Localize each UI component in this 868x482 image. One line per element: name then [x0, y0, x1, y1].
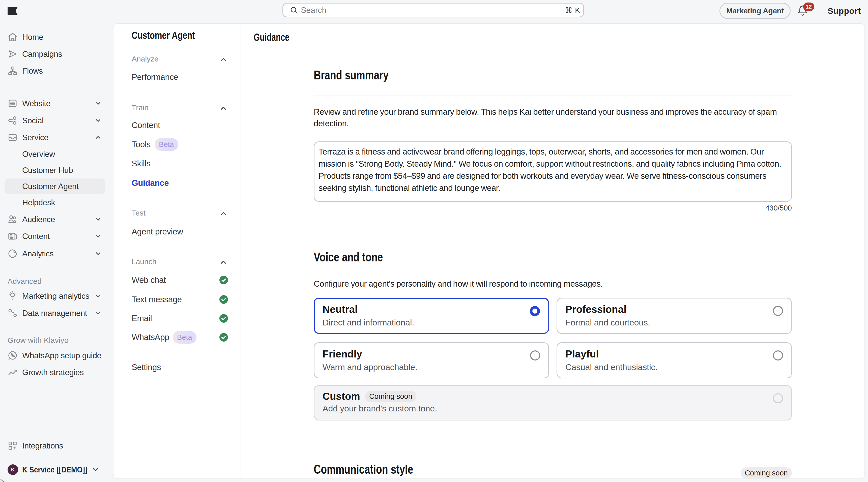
radio-disabled	[773, 393, 783, 403]
subnav-item-content[interactable]: Content	[114, 116, 241, 135]
chevron-down-icon	[95, 311, 101, 316]
content-header: Guidance	[241, 24, 865, 54]
check-circle-icon	[219, 295, 228, 304]
sidebar-item-customer-hub[interactable]: Customer Hub	[0, 162, 113, 179]
subnav-item-skills[interactable]: Skills	[114, 154, 241, 173]
flows-icon	[7, 66, 18, 76]
mouse-cursor	[0, 478, 4, 482]
account-switcher[interactable]: K K Service [[DEMO]]	[0, 461, 113, 478]
option-card-playful[interactable]: Playful Casual and enthusiastic.	[557, 342, 792, 378]
coming-soon-badge: Coming soon	[741, 468, 792, 479]
subnav-item-settings[interactable]: Settings	[114, 358, 241, 377]
chevron-up-icon	[220, 106, 226, 111]
sidebar-item-growth-strategies[interactable]: Growth strategies	[0, 364, 113, 381]
sidebar-item-integrations[interactable]: Integrations	[0, 438, 113, 454]
audience-icon	[7, 214, 18, 224]
analytics-icon	[7, 249, 18, 259]
search-shortcut: ⌘ K	[565, 6, 580, 14]
chevron-down-icon	[93, 467, 99, 473]
subnav-title: Customer Agent	[132, 30, 195, 41]
chevron-down-icon	[95, 101, 101, 106]
home-icon	[7, 32, 18, 42]
chevron-down-icon	[95, 234, 101, 239]
subnav-item-guidance[interactable]: Guidance	[114, 173, 241, 193]
voice-tone-title: Voice and tone	[314, 249, 383, 265]
website-icon	[7, 98, 18, 108]
sidebar-item-marketing-analytics[interactable]: Marketing analytics	[0, 288, 113, 304]
chevron-up-icon	[220, 260, 226, 265]
subnav-item-email[interactable]: Email	[114, 309, 241, 328]
sidebar-item-social[interactable]: Social	[0, 112, 113, 129]
option-card-custom: Custom Coming soon Add your brand's cust…	[314, 385, 792, 420]
coming-soon-badge: Coming soon	[365, 391, 416, 402]
subnav-section-test[interactable]: Test	[114, 203, 241, 223]
sidebar-item-customer-agent[interactable]: Customer Agent	[0, 178, 113, 195]
subnav-section-launch[interactable]: Launch	[114, 252, 241, 271]
subnav-section-analyze[interactable]: Analyze	[114, 50, 241, 69]
sidebar-item-overview[interactable]: Overview	[0, 146, 113, 162]
sidebar-item-service[interactable]: Service	[0, 129, 113, 146]
chevron-up-icon	[95, 135, 101, 140]
social-icon	[7, 116, 18, 126]
sidebar-item-analytics[interactable]: Analytics	[0, 245, 113, 262]
subnav-item-tools[interactable]: Tools Beta	[114, 135, 241, 154]
search-placeholder: Search	[301, 5, 565, 15]
chevron-up-icon	[220, 211, 226, 216]
chevron-up-icon	[220, 57, 226, 62]
customer-agent-subnav: Customer Agent Analyze Performance Train…	[114, 24, 241, 479]
check-circle-icon	[219, 276, 228, 284]
data-management-icon	[7, 308, 18, 318]
chevron-down-icon	[95, 293, 101, 298]
subnav-section-train[interactable]: Train	[114, 98, 241, 117]
sidebar-item-audience[interactable]: Audience	[0, 211, 113, 228]
search-icon	[290, 6, 298, 14]
sidebar-section-grow: Grow with Klaviyo	[7, 336, 69, 345]
subnav-item-whatsapp[interactable]: WhatsApp Beta	[114, 328, 241, 347]
voice-tone-options: Neutral Direct and informational. Profes…	[314, 298, 792, 378]
notification-badge: 12	[803, 2, 814, 11]
chevron-down-icon	[95, 118, 101, 123]
beta-badge: Beta	[173, 331, 196, 344]
option-card-friendly[interactable]: Friendly Warm and approachable.	[314, 342, 549, 378]
sidebar-item-content[interactable]: Content	[0, 228, 113, 245]
sidebar-item-data-management[interactable]: Data management	[0, 305, 113, 321]
integrations-icon	[7, 441, 18, 451]
sidebar-item-home[interactable]: Home	[0, 29, 113, 45]
brand-summary-title: Brand summary	[314, 67, 389, 83]
subnav-item-performance[interactable]: Performance	[114, 68, 241, 87]
content-icon	[7, 231, 18, 241]
check-circle-icon	[219, 314, 228, 323]
brand-summary-textarea[interactable]: Terraza is a fitness and activewear bran…	[314, 141, 792, 202]
campaigns-icon	[7, 49, 18, 59]
radio-unselected[interactable]	[530, 350, 540, 360]
option-card-neutral[interactable]: Neutral Direct and informational.	[314, 298, 549, 334]
radio-selected[interactable]	[530, 306, 540, 316]
beta-badge: Beta	[155, 138, 178, 151]
char-counter: 430/500	[765, 204, 792, 212]
sidebar-item-whatsapp-setup[interactable]: WhatsApp setup guide	[0, 347, 113, 364]
section-divider	[314, 96, 792, 96]
radio-unselected[interactable]	[773, 350, 783, 360]
voice-tone-description: Configure your agent's personality and h…	[314, 278, 792, 290]
search-input[interactable]: Search ⌘ K	[282, 3, 584, 18]
sidebar-item-flows[interactable]: Flows	[0, 63, 113, 79]
page-title: Guidance	[254, 31, 289, 43]
sidebar-item-campaigns[interactable]: Campaigns	[0, 45, 113, 62]
trending-up-icon	[7, 367, 18, 377]
sidebar-item-helpdesk[interactable]: Helpdesk	[0, 194, 113, 211]
guidance-content: Guidance Brand summary Review and refine…	[241, 24, 865, 479]
topbar: Search ⌘ K Marketing Agent 12 Support	[0, 0, 868, 23]
marketing-agent-button[interactable]: Marketing Agent	[719, 3, 790, 19]
whatsapp-icon	[7, 350, 18, 360]
klaviyo-logo-icon[interactable]	[7, 7, 18, 15]
support-link[interactable]: Support	[828, 6, 861, 16]
option-card-professional[interactable]: Professional Formal and courteous.	[557, 298, 792, 334]
check-circle-icon	[219, 333, 228, 342]
sidebar-item-website[interactable]: Website	[0, 95, 113, 112]
subnav-item-text-message[interactable]: Text message	[114, 290, 241, 309]
main-card: Customer Agent Analyze Performance Train…	[113, 23, 865, 479]
sidebar: Home Campaigns Flows Website Social Serv…	[0, 23, 113, 482]
radio-unselected[interactable]	[773, 306, 783, 316]
subnav-item-web-chat[interactable]: Web chat	[114, 270, 241, 290]
subnav-item-agent-preview[interactable]: Agent preview	[114, 222, 241, 241]
